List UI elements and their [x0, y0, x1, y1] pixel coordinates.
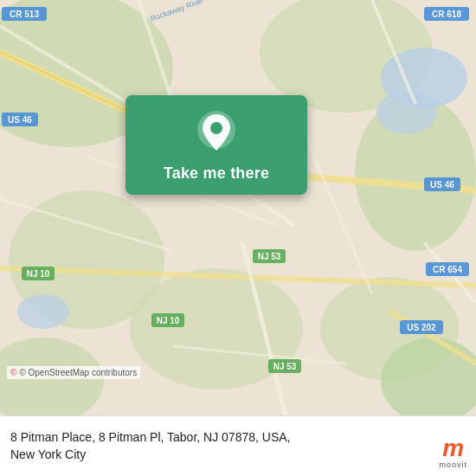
svg-text:US 46: US 46: [8, 115, 32, 125]
osm-attribution: © © OpenStreetMap contributors: [7, 366, 140, 379]
address-city: New York City: [10, 447, 414, 464]
address-text: 8 Pitman Place, 8 Pitman Pl, Tabor, NJ 0…: [10, 429, 466, 463]
svg-point-11: [17, 294, 69, 329]
osm-text: © OpenStreetMap contributors: [19, 368, 137, 377]
map-view: CR 513 US 46 US 46 CR 618 NJ 10 NJ 10 NJ…: [0, 0, 476, 415]
cta-card[interactable]: Take me there: [125, 95, 307, 195]
moovit-brand-label: moovit: [439, 460, 467, 469]
copyright-symbol: ©: [10, 368, 16, 377]
svg-text:NJ 53: NJ 53: [258, 252, 281, 261]
svg-text:US 202: US 202: [407, 323, 436, 332]
bottom-bar: 8 Pitman Place, 8 Pitman Pl, Tabor, NJ 0…: [0, 415, 476, 476]
svg-text:NJ 10: NJ 10: [27, 269, 50, 279]
take-me-there-button[interactable]: Take me there: [164, 164, 269, 183]
svg-text:CR 654: CR 654: [433, 265, 462, 274]
svg-point-49: [210, 122, 222, 134]
svg-point-10: [376, 91, 437, 134]
address-line1: 8 Pitman Place, 8 Pitman Pl, Tabor, NJ 0…: [10, 429, 414, 447]
location-pin-icon: [194, 111, 239, 156]
svg-text:CR 618: CR 618: [432, 10, 461, 19]
svg-text:US 46: US 46: [430, 180, 454, 190]
moovit-icon: m: [442, 436, 464, 460]
map-svg: CR 513 US 46 US 46 CR 618 NJ 10 NJ 10 NJ…: [0, 0, 476, 415]
svg-text:CR 513: CR 513: [10, 10, 39, 19]
moovit-logo: m moovit: [439, 436, 467, 469]
svg-text:NJ 10: NJ 10: [157, 316, 180, 325]
svg-text:NJ 53: NJ 53: [273, 362, 297, 371]
